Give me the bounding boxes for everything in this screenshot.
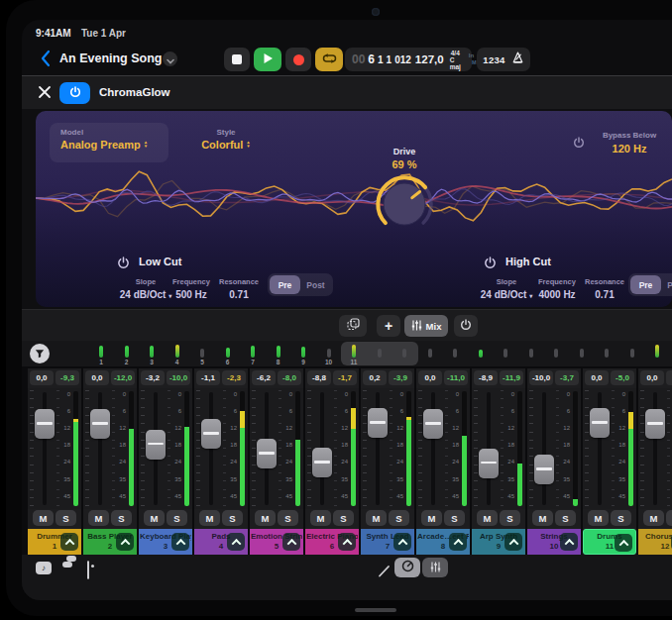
mute-button[interactable]: M bbox=[88, 510, 109, 526]
solo-button[interactable]: S bbox=[666, 510, 672, 526]
mixer-power-button[interactable] bbox=[454, 315, 478, 337]
fader-handle[interactable] bbox=[590, 408, 610, 438]
play-button[interactable] bbox=[254, 48, 281, 71]
mixer-channel-strip: 0,0 -11,0 061218243545 M S Arcade…eet Pa… bbox=[416, 368, 470, 555]
low-cut-power-icon[interactable] bbox=[117, 256, 130, 273]
solo-button[interactable]: S bbox=[389, 510, 409, 526]
mute-button[interactable]: M bbox=[144, 510, 165, 526]
collapse-track-button[interactable] bbox=[171, 533, 189, 551]
style-selector[interactable]: Style Colorful ▲▼ bbox=[176, 128, 276, 151]
mute-button[interactable]: M bbox=[310, 510, 331, 526]
bypass-power-icon[interactable] bbox=[573, 135, 585, 153]
collapse-track-button[interactable] bbox=[615, 534, 632, 552]
fader-handle[interactable] bbox=[90, 409, 110, 439]
high-cut-power-icon[interactable] bbox=[484, 256, 497, 273]
scale-label: 45 bbox=[507, 493, 514, 499]
fader-handle[interactable] bbox=[479, 449, 499, 478]
pencil-icon[interactable] bbox=[378, 564, 391, 581]
loops-browser-icon[interactable]: ♪ bbox=[36, 562, 52, 574]
solo-button[interactable]: S bbox=[500, 510, 520, 526]
mute-button[interactable]: M bbox=[588, 510, 609, 526]
fader-handle[interactable] bbox=[645, 409, 665, 439]
metronome-icon[interactable] bbox=[511, 51, 524, 68]
collapse-track-button[interactable] bbox=[338, 533, 356, 551]
collapse-track-button[interactable] bbox=[116, 533, 134, 551]
solo-button[interactable]: S bbox=[278, 510, 298, 526]
solo-button[interactable]: S bbox=[222, 510, 243, 526]
collapse-track-button[interactable] bbox=[282, 533, 300, 551]
mute-button[interactable]: M bbox=[477, 510, 498, 526]
solo-button[interactable]: S bbox=[167, 510, 187, 526]
home-indicator[interactable] bbox=[355, 608, 396, 612]
count-in-button[interactable]: 1234 bbox=[483, 54, 504, 65]
add-track-button[interactable]: + bbox=[377, 315, 400, 337]
song-title[interactable]: An Evening Song bbox=[59, 52, 162, 65]
mute-button[interactable]: M bbox=[255, 510, 276, 526]
mute-button[interactable]: M bbox=[421, 510, 442, 526]
collapse-track-button[interactable] bbox=[393, 533, 411, 551]
track-label[interactable]: Emotion Strings 5 bbox=[250, 529, 303, 555]
level-control[interactable]: Level 0.0 bbox=[644, 131, 672, 155]
play-surface-icon[interactable] bbox=[87, 562, 89, 579]
fader-handle[interactable] bbox=[146, 430, 166, 460]
mix-view-button[interactable]: Mix bbox=[404, 315, 448, 337]
solo-button[interactable]: S bbox=[555, 510, 576, 526]
model-selector[interactable]: Model Analog Preamp ▲▼ bbox=[50, 123, 168, 162]
collapse-track-button[interactable] bbox=[504, 533, 522, 551]
solo-button[interactable]: S bbox=[111, 510, 132, 526]
song-menu-button[interactable] bbox=[163, 52, 177, 66]
cycle-button[interactable] bbox=[315, 48, 343, 71]
track-label[interactable]: Arp Synth 9 bbox=[472, 529, 525, 555]
fader-handle[interactable] bbox=[257, 439, 277, 468]
fader-value: 0,0 bbox=[30, 370, 54, 385]
drive-knob[interactable] bbox=[373, 172, 436, 236]
solo-button[interactable]: S bbox=[444, 510, 465, 526]
faders-view-button[interactable] bbox=[422, 558, 448, 577]
solo-button[interactable]: S bbox=[333, 510, 354, 526]
solo-button[interactable]: S bbox=[611, 510, 631, 526]
scale-label: 12 bbox=[119, 425, 126, 431]
fader-handle[interactable] bbox=[423, 409, 443, 439]
fader-handle[interactable] bbox=[534, 455, 554, 484]
fader-handle[interactable] bbox=[312, 448, 332, 477]
back-button[interactable] bbox=[34, 49, 54, 68]
track-label[interactable]: Drums 11 bbox=[583, 529, 636, 555]
plugin-power-button[interactable] bbox=[59, 82, 90, 104]
record-button[interactable] bbox=[285, 48, 311, 71]
track-label[interactable]: Pads 4 bbox=[194, 529, 248, 555]
fader-handle[interactable] bbox=[368, 408, 388, 438]
pre-option[interactable]: Pre bbox=[630, 275, 661, 294]
fader-handle[interactable] bbox=[35, 409, 55, 439]
collapse-track-button[interactable] bbox=[560, 533, 578, 551]
track-label[interactable]: Arcade…eet Pad 8 bbox=[416, 529, 470, 555]
track-label[interactable]: Strings 10 bbox=[527, 529, 581, 555]
track-label[interactable]: Synth Lead 7 bbox=[361, 529, 414, 555]
duplicate-button[interactable] bbox=[339, 315, 367, 337]
solo-button[interactable]: S bbox=[56, 510, 76, 526]
post-option[interactable]: Post bbox=[661, 275, 672, 294]
track-label[interactable]: Chorus Vo 12 bbox=[638, 529, 672, 555]
pre-option[interactable]: Pre bbox=[270, 275, 300, 294]
post-option[interactable]: Post bbox=[300, 275, 331, 294]
collapse-track-button[interactable] bbox=[60, 533, 78, 551]
track-overview-strip[interactable]: 1234567891011 bbox=[22, 341, 672, 366]
low-cut-resonance[interactable]: Resonance 0.71 bbox=[199, 277, 279, 300]
track-label[interactable]: Electric Piano 6 bbox=[305, 529, 359, 555]
controls-view-button[interactable] bbox=[394, 558, 420, 577]
close-plugin-button[interactable] bbox=[38, 85, 54, 101]
overview-meter bbox=[378, 349, 382, 359]
lcd-display[interactable]: 00 6 1 1 012 127,0 4/4 C maj InOut MIDI bbox=[345, 48, 472, 71]
track-label[interactable]: Keyboard Player 3 bbox=[139, 529, 192, 555]
mute-button[interactable]: M bbox=[532, 510, 553, 526]
fader-handle[interactable] bbox=[201, 419, 221, 449]
collapse-track-button[interactable] bbox=[449, 533, 467, 551]
filter-tracks-button[interactable] bbox=[30, 344, 50, 363]
collapse-track-button[interactable] bbox=[227, 533, 245, 551]
mute-button[interactable]: M bbox=[33, 510, 54, 526]
mute-button[interactable]: M bbox=[199, 510, 220, 526]
mute-button[interactable]: M bbox=[643, 510, 664, 526]
mute-button[interactable]: M bbox=[366, 510, 387, 526]
track-label[interactable]: Bass Player 2 bbox=[83, 529, 137, 555]
stop-button[interactable] bbox=[224, 48, 250, 71]
track-label[interactable]: Drummer 1 bbox=[28, 529, 81, 555]
